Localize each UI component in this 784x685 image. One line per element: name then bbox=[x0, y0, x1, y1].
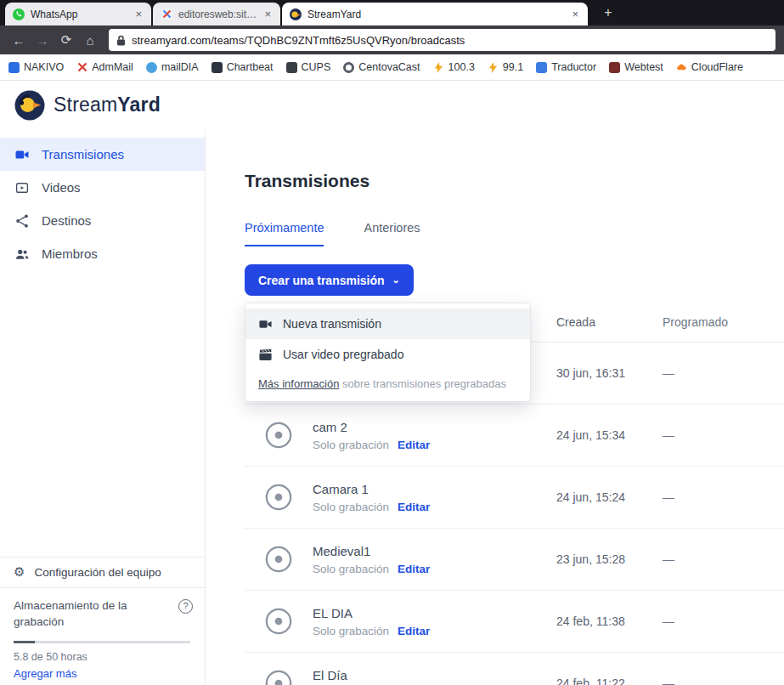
tab-anteriores[interactable]: Anteriores bbox=[364, 221, 420, 246]
tab-title: StreamYard bbox=[307, 8, 564, 20]
table-row[interactable]: Medieval1 Solo grabación Editar 23 jun, … bbox=[245, 529, 784, 591]
close-icon[interactable]: × bbox=[262, 8, 273, 20]
bookmark-cloudflare[interactable]: CloudFlare bbox=[676, 61, 743, 73]
help-icon[interactable]: ? bbox=[178, 599, 193, 614]
brand-wordmark: StreamYard bbox=[54, 93, 161, 116]
record-icon bbox=[264, 421, 293, 450]
clapperboard-icon bbox=[258, 348, 273, 362]
record-icon bbox=[264, 607, 293, 636]
bookmark-chartbeat[interactable]: Chartbeat bbox=[212, 61, 274, 73]
broadcast-subtitle: Solo grabación bbox=[313, 501, 389, 513]
created-cell: 24 feb, 11:22 bbox=[556, 677, 663, 685]
table-row[interactable]: EL DIA Solo grabación Editar 24 feb, 11:… bbox=[245, 591, 784, 653]
bookmark-label: Traductor bbox=[551, 61, 596, 73]
bookmark-label: Chartbeat bbox=[227, 61, 274, 73]
team-settings-button[interactable]: ⚙ Configuración del equipo bbox=[0, 557, 205, 587]
edit-link[interactable]: Editar bbox=[398, 439, 430, 451]
bookmark-maildia[interactable]: mailDIA bbox=[146, 61, 199, 73]
scheduled-cell: — bbox=[663, 677, 784, 685]
tab-title: editoresweb:sitioweb:eldia.co bbox=[178, 8, 257, 20]
bookmark-cups[interactable]: CUPS bbox=[286, 61, 331, 73]
sidebar-item-videos[interactable]: Videos bbox=[0, 171, 205, 204]
maildia-icon bbox=[146, 62, 157, 73]
create-broadcast-label: Crear una transmisión bbox=[258, 274, 385, 287]
tab-whatsapp[interactable]: WhatsApp × bbox=[5, 3, 151, 25]
edit-link[interactable]: Editar bbox=[398, 625, 430, 637]
created-cell: 24 jun, 15:34 bbox=[556, 428, 663, 442]
more-info-link[interactable]: Más información bbox=[258, 377, 339, 390]
tab-proximamente[interactable]: Próximamente bbox=[245, 221, 324, 246]
storage-progress-bar bbox=[14, 641, 190, 643]
app-body: Transmisiones Videos Destinos Miembros ⚙ bbox=[0, 129, 784, 685]
sidebar-bottom: ⚙ Configuración del equipo Almacenamient… bbox=[0, 557, 205, 685]
sidebar-item-transmisiones[interactable]: Transmisiones bbox=[0, 138, 205, 171]
bookmark-label: NAKIVO bbox=[24, 61, 64, 73]
lightning-icon bbox=[433, 62, 444, 73]
cloudflare-icon bbox=[676, 62, 687, 73]
created-cell: 24 feb, 11:38 bbox=[556, 614, 663, 628]
close-icon[interactable]: × bbox=[133, 8, 144, 20]
new-tab-button[interactable]: + bbox=[598, 3, 618, 23]
storage-usage: 5.8 de 50 horas bbox=[14, 651, 191, 663]
bookmark-admmail[interactable]: AdmMail bbox=[76, 61, 133, 73]
broadcast-name: EL DIA bbox=[313, 606, 548, 620]
close-icon[interactable]: × bbox=[570, 8, 580, 20]
bookmark-99-1[interactable]: 99.1 bbox=[488, 61, 523, 73]
scheduled-cell: — bbox=[663, 552, 784, 566]
menu-item-nueva-transmision[interactable]: Nueva transmisión bbox=[245, 309, 530, 339]
bookmark-label: 99.1 bbox=[503, 61, 523, 73]
menu-item-label: Nueva transmisión bbox=[283, 317, 381, 331]
broadcast-name: Medieval1 bbox=[313, 544, 548, 558]
sidebar-item-label: Videos bbox=[42, 180, 81, 195]
sidebar-item-miembros[interactable]: Miembros bbox=[0, 237, 205, 270]
forward-button[interactable]: → bbox=[32, 33, 53, 48]
edit-link[interactable]: Editar bbox=[398, 563, 430, 575]
broadcast-name: Camara 1 bbox=[313, 482, 548, 496]
broadcast-subtitle: Solo grabación bbox=[313, 439, 389, 451]
table-row[interactable]: cam 2 Solo grabación Editar 24 jun, 15:3… bbox=[245, 405, 784, 467]
broadcast-subtitle: Solo grabación bbox=[313, 625, 389, 637]
nakivo-icon bbox=[8, 62, 20, 73]
tab-streamyard[interactable]: StreamYard × bbox=[282, 3, 588, 25]
scheduled-cell: — bbox=[663, 490, 784, 504]
url-bar[interactable]: streamyard.com/teams/TQDhBC9ZNTmft6z5UsQ… bbox=[109, 29, 776, 51]
sidebar-item-destinos[interactable]: Destinos bbox=[0, 204, 205, 237]
menu-item-video-pregrabado[interactable]: Usar video pregrabado bbox=[245, 339, 530, 370]
back-button[interactable]: ← bbox=[8, 33, 29, 48]
bookmark-100-3[interactable]: 100.3 bbox=[433, 61, 475, 73]
gear-icon: ⚙ bbox=[14, 564, 25, 580]
table-row[interactable]: Camara 1 Solo grabación Editar 24 jun, 1… bbox=[245, 467, 784, 529]
video-library-icon bbox=[14, 180, 30, 195]
broadcast-name: cam 2 bbox=[313, 420, 548, 434]
bookmark-webtest[interactable]: Webtest bbox=[609, 61, 663, 73]
column-header-created: Creada bbox=[556, 315, 663, 329]
bookmark-label: CUPS bbox=[302, 61, 331, 73]
create-broadcast-button[interactable]: Crear una transmisión ⌄ bbox=[245, 264, 414, 296]
home-button[interactable]: ⌂ bbox=[80, 33, 100, 48]
streamyard-logo[interactable] bbox=[14, 90, 45, 121]
table-row[interactable]: El Día Solo grabación Editar 24 feb, 11:… bbox=[245, 653, 784, 685]
bookmark-label: Webtest bbox=[624, 61, 663, 73]
bookmark-nakivo[interactable]: NAKIVO bbox=[8, 61, 64, 73]
bookmarks-bar: NAKIVO AdmMail mailDIA Chartbeat CUPS Ce… bbox=[0, 54, 784, 81]
site-icon bbox=[161, 8, 172, 20]
scheduled-cell: — bbox=[663, 614, 784, 628]
content-tabs: Próximamente Anteriores bbox=[245, 221, 784, 246]
bookmark-centovacast[interactable]: CentovaCast bbox=[343, 61, 420, 73]
webtest-icon bbox=[609, 62, 620, 73]
streamyard-favicon bbox=[290, 8, 302, 20]
bookmark-traductor[interactable]: Traductor bbox=[536, 61, 596, 73]
tab-title: WhatsApp bbox=[31, 8, 127, 20]
people-icon bbox=[14, 246, 30, 262]
edit-link[interactable]: Editar bbox=[398, 501, 430, 513]
tab-editoresweb[interactable]: editoresweb:sitioweb:eldia.co × bbox=[153, 3, 280, 25]
storage-progress-fill bbox=[14, 641, 35, 643]
add-more-link[interactable]: Agregar más bbox=[14, 667, 191, 680]
sidebar-item-label: Miembros bbox=[42, 246, 98, 261]
reload-button[interactable]: ⟳ bbox=[56, 32, 76, 48]
broadcast-name: El Día bbox=[313, 668, 548, 682]
cups-icon bbox=[286, 62, 297, 73]
record-icon bbox=[264, 545, 293, 574]
bookmark-label: CloudFlare bbox=[691, 61, 743, 73]
bookmark-label: 100.3 bbox=[448, 61, 475, 73]
